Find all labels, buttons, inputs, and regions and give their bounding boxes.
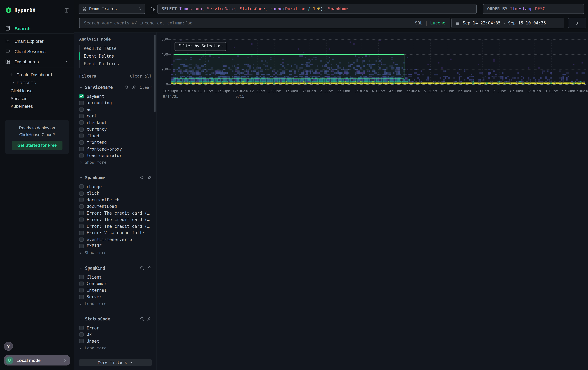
checkbox-checked[interactable]	[79, 94, 84, 99]
checkbox[interactable]	[79, 101, 84, 105]
filter-group-name[interactable]: SpanKind	[85, 266, 105, 270]
presets-section[interactable]: PRESETS	[0, 79, 74, 87]
checkbox[interactable]	[79, 332, 84, 337]
filter-item-ok[interactable]: Ok	[79, 331, 152, 338]
filter-item-flagd[interactable]: flagd	[79, 132, 152, 139]
filters-scrollbar[interactable]	[154, 35, 156, 112]
sidebar-item-search[interactable]: Search	[0, 23, 74, 33]
filter-group-name[interactable]: ServiceName	[85, 85, 113, 90]
more-filters-button[interactable]: More filters	[79, 359, 152, 366]
checkbox[interactable]	[79, 204, 84, 209]
get-started-button[interactable]: Get Started for Free	[11, 140, 63, 150]
checkbox[interactable]	[79, 127, 84, 132]
help-button[interactable]: ?	[4, 342, 13, 351]
analysis-option-results-table[interactable]: Results Table	[79, 45, 152, 52]
filter-item-error[interactable]: Error	[79, 325, 152, 331]
filter-item-cart[interactable]: cart	[79, 113, 152, 119]
filter-item-client[interactable]: Client	[79, 274, 152, 280]
filter-item-error-the-credit-card[interactable]: Error: The credit card (…	[79, 210, 152, 216]
filter-item-internal[interactable]: Internal	[79, 287, 152, 294]
filter-item-server[interactable]: Server	[79, 294, 152, 300]
local-mode-user-chip[interactable]: U Local mode	[4, 355, 70, 366]
sidebar-item-dashboards[interactable]: Dashboards	[0, 57, 74, 67]
preset-clickhouse[interactable]: ClickHouse	[0, 87, 74, 95]
filter-item-error-visa-cache-full[interactable]: Error: Visa cache full: …	[79, 230, 152, 236]
checkbox[interactable]	[79, 224, 84, 229]
checkbox[interactable]	[79, 120, 84, 125]
filter-item-ad[interactable]: ad	[79, 106, 152, 113]
filter-pin-icon[interactable]	[147, 266, 152, 270]
filter-group-name[interactable]: SpanName	[85, 175, 105, 180]
search-input[interactable]	[84, 20, 412, 25]
checkbox[interactable]	[79, 295, 84, 299]
checkbox[interactable]	[79, 218, 84, 222]
preset-services[interactable]: Services	[0, 95, 74, 102]
filter-pin-icon[interactable]	[147, 316, 152, 321]
filter-item-accounting[interactable]: accounting	[79, 100, 152, 106]
filter-item-load-generator[interactable]: load-generator	[79, 152, 152, 159]
data-source-select[interactable]: Demo Traces	[79, 4, 145, 14]
filter-search-icon[interactable]	[140, 266, 145, 270]
filter-item-frontend-proxy[interactable]: frontend-proxy	[79, 146, 152, 152]
filter-item-click[interactable]: click	[79, 190, 152, 197]
filter-item-unset[interactable]: Unset	[79, 338, 152, 344]
select-query-input[interactable]: SELECT Timestamp, ServiceName, StatusCod…	[158, 4, 477, 14]
run-query-button[interactable]	[568, 18, 586, 28]
checkbox[interactable]	[79, 147, 84, 151]
filter-pin-icon[interactable]	[132, 85, 136, 90]
show-more-link[interactable]: Show more	[79, 159, 152, 166]
create-dashboard-button[interactable]: Create Dashboard	[0, 71, 74, 79]
load-more-link[interactable]: Load more	[79, 344, 152, 351]
analysis-option-event-patterns[interactable]: Event Patterns	[79, 60, 152, 68]
filter-item-change[interactable]: change	[79, 183, 152, 190]
source-settings-gear-icon[interactable]	[148, 4, 158, 14]
filter-search-icon[interactable]	[125, 85, 129, 90]
load-more-link[interactable]: Load more	[79, 300, 152, 307]
filter-group-name[interactable]: StatusCode	[85, 316, 110, 321]
checkbox[interactable]	[79, 237, 84, 242]
filter-item-consumer[interactable]: Consumer	[79, 280, 152, 287]
checkbox[interactable]	[79, 281, 84, 286]
sql-mode-toggle[interactable]: SQL	[415, 20, 422, 25]
filter-clear-button[interactable]: Clear	[140, 85, 152, 90]
filter-item-documentfetch[interactable]: documentFetch	[79, 197, 152, 203]
filter-item-expire[interactable]: EXPIRE	[79, 243, 152, 249]
filter-pin-icon[interactable]	[147, 175, 152, 180]
filter-item-eventlistener-error[interactable]: eventListener.error	[79, 236, 152, 243]
time-range-picker[interactable]: Sep 14 22:04:35 - Sep 15 10:04:35	[452, 18, 564, 28]
clear-all-filters-button[interactable]: Clear all	[130, 74, 152, 79]
collapse-sidebar-icon[interactable]	[64, 8, 69, 13]
checkbox[interactable]	[79, 107, 84, 112]
filter-item-checkout[interactable]: checkout	[79, 119, 152, 126]
analysis-option-event-deltas[interactable]: Event Deltas	[79, 52, 152, 60]
sidebar-item-chart-explorer[interactable]: Chart Explorer	[0, 36, 74, 46]
preset-kubernetes[interactable]: Kubernetes	[0, 102, 74, 110]
checkbox[interactable]	[79, 275, 84, 280]
filter-item-frontend[interactable]: frontend	[79, 139, 152, 146]
checkbox[interactable]	[79, 114, 84, 118]
checkbox[interactable]	[79, 231, 84, 235]
chart-selection[interactable]	[174, 54, 404, 79]
checkbox[interactable]	[79, 244, 84, 248]
filter-by-selection-button[interactable]: Filter by Selection	[175, 42, 227, 51]
filter-item-documentload[interactable]: documentLoad	[79, 203, 152, 210]
checkbox[interactable]	[79, 288, 84, 293]
orderby-input[interactable]: ORDER BY Timestamp DESC	[483, 4, 584, 14]
checkbox[interactable]	[79, 326, 84, 330]
checkbox[interactable]	[79, 191, 84, 196]
checkbox[interactable]	[79, 198, 84, 202]
filter-item-error-the-credit-card[interactable]: Error: The credit card (…	[79, 216, 152, 223]
filter-search-icon[interactable]	[140, 316, 145, 321]
filter-item-payment[interactable]: payment	[79, 93, 152, 100]
checkbox[interactable]	[79, 211, 84, 215]
checkbox[interactable]	[79, 140, 84, 145]
filter-item-error-the-credit-card[interactable]: Error: The credit card (…	[79, 223, 152, 230]
checkbox[interactable]	[79, 134, 84, 138]
filter-search-icon[interactable]	[140, 175, 145, 180]
checkbox[interactable]	[79, 185, 84, 189]
checkbox[interactable]	[79, 339, 84, 343]
lucene-mode-toggle[interactable]: Lucene	[430, 20, 445, 25]
sidebar-item-client-sessions[interactable]: Client Sessions	[0, 46, 74, 57]
filter-item-currency[interactable]: currency	[79, 126, 152, 132]
checkbox[interactable]	[79, 153, 84, 158]
